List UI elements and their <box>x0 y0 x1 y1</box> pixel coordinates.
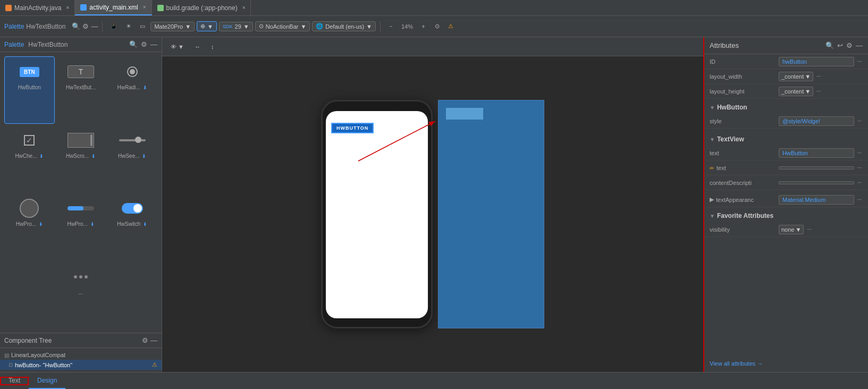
tab-build-gradle[interactable]: build.gradle (:app-phone) × <box>152 0 251 15</box>
hw-progress-item[interactable]: HwPro... ⬇ <box>4 193 55 260</box>
attr-layout-width-row: layout_width _content ▼ ··· <box>704 69 868 84</box>
attr-text-appearance-value[interactable]: Material.Medium <box>779 195 854 205</box>
check-download-icon: ⬇ <box>39 154 44 159</box>
hw-button-on-screen[interactable]: HWBUTTON <box>331 123 374 133</box>
attr-visibility-chevron: ▼ <box>795 226 801 233</box>
hw-check-item[interactable]: ✓ HwChe... ⬇ <box>4 125 55 192</box>
view-all-attributes-link[interactable]: View all attributes → <box>704 355 868 372</box>
hw-button-section-header[interactable]: ▼ HwButton <box>704 101 868 114</box>
attr-visibility-more[interactable]: ··· <box>806 226 812 232</box>
hw-button-item[interactable]: BTN HwButton <box>4 56 55 124</box>
canvas-expand-button[interactable]: ↔ <box>191 42 204 52</box>
attr-search-button[interactable]: 🔍 <box>825 41 834 49</box>
t-icon: T <box>79 67 83 76</box>
attr-visibility-row: visibility none ▼ ··· <box>704 222 868 237</box>
attr-id-value[interactable]: hwButton <box>779 57 854 66</box>
textview-section-header[interactable]: ▼ TextView <box>704 133 868 146</box>
hw-switch-item[interactable]: HwSwitch ⬇ <box>107 193 157 260</box>
attr-style-more[interactable]: ··· <box>856 118 863 124</box>
preview-panel <box>438 100 544 328</box>
attr-content-desc-value[interactable] <box>779 181 854 184</box>
minimize-button[interactable]: — <box>91 22 98 30</box>
hw-button-label: HwButton <box>18 84 41 90</box>
palette-tab[interactable]: Palette <box>4 41 24 48</box>
attr-style-label: style <box>710 118 779 124</box>
separator-2 <box>380 21 381 32</box>
tab-main-activity[interactable]: MainActivity.java × <box>0 0 75 15</box>
text-tab[interactable]: Text <box>0 377 29 385</box>
layout-button[interactable]: ▭ <box>137 21 148 31</box>
phone-screen: HWBUTTON <box>326 111 428 318</box>
palette-search-button[interactable]: 🔍 <box>129 40 138 48</box>
layers-dropdown[interactable]: ⊕ ▼ <box>197 21 217 31</box>
attr-settings-button[interactable]: ⚙ <box>846 41 853 49</box>
attr-text-pencil-value[interactable] <box>779 166 854 170</box>
palette-minimize-button[interactable]: — <box>150 40 157 48</box>
favorite-attrs-section: ▼ Favorite Attributes visibility none ▼ … <box>704 207 868 239</box>
tab-activity-main[interactable]: activity_main.xml × <box>75 0 151 15</box>
tab-build-gradle-close[interactable]: × <box>242 5 246 11</box>
tree-item-linear-layout[interactable]: ▤ LinearLayoutCompat <box>0 350 162 360</box>
attr-text-pencil-value-wrapper: ··· <box>779 165 863 171</box>
attr-text-value[interactable]: HwButton <box>779 148 854 158</box>
tree-settings-button[interactable]: ⚙ <box>142 336 148 344</box>
hw-text-button-tab[interactable]: HwTextButton <box>28 41 68 48</box>
tree-item-hw-button[interactable]: ⊡ hwButton- "HwButton" ⚠ <box>0 360 162 370</box>
favorite-attrs-section-header[interactable]: ▼ Favorite Attributes <box>704 209 868 222</box>
canvas-rotate-button[interactable]: ↕ <box>208 42 217 52</box>
tab-main-activity-label: MainActivity.java <box>14 4 61 12</box>
hw-radio-item[interactable]: HwRadi... ⬇ <box>107 56 157 124</box>
search-button[interactable]: 🔍 <box>72 22 80 30</box>
attr-text-appearance-more[interactable]: ··· <box>856 197 863 202</box>
brightness-button[interactable]: ☀ <box>123 21 134 31</box>
zoom-fit-button[interactable]: ⊙ <box>432 21 443 31</box>
design-tab[interactable]: Design <box>29 373 65 389</box>
phone-mockup: HWBUTTON <box>321 100 433 328</box>
tab-main-activity-close[interactable]: × <box>66 5 69 11</box>
left-panel: Palette HwTextButton 🔍 ⚙ — BTN HwButton … <box>0 37 162 372</box>
attr-layout-height-dropdown[interactable]: _content ▼ <box>779 87 813 96</box>
tab-activity-main-close[interactable]: × <box>143 4 146 10</box>
hw-text-button-item[interactable]: T HwTextBut... <box>56 56 106 124</box>
main-toolbar: Palette HwTextButton 🔍 ⚙ — 📱 ☀ ▭ Mate20P… <box>0 16 868 37</box>
attr-layout-height-value-wrapper: _content ▼ ··· <box>779 87 863 96</box>
attr-text-pencil-more[interactable]: ··· <box>856 165 863 171</box>
attr-text-appearance-row[interactable]: ▶ textAppearanc Material.Medium ··· <box>704 192 868 207</box>
attr-text-more[interactable]: ··· <box>856 150 863 156</box>
palette-settings-button[interactable]: ⚙ <box>141 40 147 48</box>
attr-id-label: ID <box>710 58 779 65</box>
attr-id-more[interactable]: ··· <box>856 58 863 64</box>
sdk-dropdown[interactable]: SDK 29 ▼ <box>219 22 253 31</box>
attr-text-row: text HwButton ··· <box>704 146 868 160</box>
locale-dropdown[interactable]: 🌐 Default (en-us) ▼ <box>312 21 376 31</box>
attr-layout-width-more[interactable]: ··· <box>815 73 822 79</box>
attr-layout-height-more[interactable]: ··· <box>815 88 822 94</box>
view-all-label: View all attributes → <box>710 360 763 367</box>
zoom-in-button[interactable]: ＋ <box>417 21 429 32</box>
hw-progressbar-item[interactable]: HwPro... ⬇ <box>56 193 106 260</box>
settings-button[interactable]: ⚙ <box>82 22 89 30</box>
attr-history-button[interactable]: ↩ <box>837 41 843 49</box>
text-tab-container: Text <box>0 377 29 385</box>
warning-button[interactable]: ⚠ <box>445 21 457 31</box>
attr-content-desc-more[interactable]: ··· <box>856 180 863 185</box>
phone-notch <box>361 102 393 111</box>
more-components-item[interactable]: ... <box>56 261 106 329</box>
device-dropdown[interactable]: Mate20Pro ▼ <box>150 22 195 31</box>
zoom-out-button[interactable]: － <box>385 21 397 32</box>
attr-layout-width-chevron: ▼ <box>805 73 811 80</box>
attr-visibility-label: visibility <box>710 226 779 233</box>
actionbar-dropdown[interactable]: ⊙ NoActionBar ▼ <box>255 21 310 31</box>
attr-style-value-wrapper: @style/Widge! ··· <box>779 116 863 126</box>
attr-collapse-button[interactable]: — <box>856 41 863 49</box>
canvas-view-button[interactable]: 👁 ▼ <box>167 42 187 52</box>
attr-style-value[interactable]: @style/Widge! <box>779 116 854 126</box>
hw-scroll-item[interactable]: HwScro... ⬇ <box>56 125 106 192</box>
zoom-level: 14% <box>399 23 415 30</box>
hw-seek-item[interactable]: HwSee... ⬇ <box>107 125 157 192</box>
hw-seek-thumb <box>116 130 148 151</box>
attr-visibility-dropdown[interactable]: none ▼ <box>779 225 804 234</box>
attr-layout-width-dropdown[interactable]: _content ▼ <box>779 72 813 81</box>
tree-minimize-button[interactable]: — <box>150 336 157 344</box>
phone-icon-button[interactable]: 📱 <box>107 21 121 31</box>
